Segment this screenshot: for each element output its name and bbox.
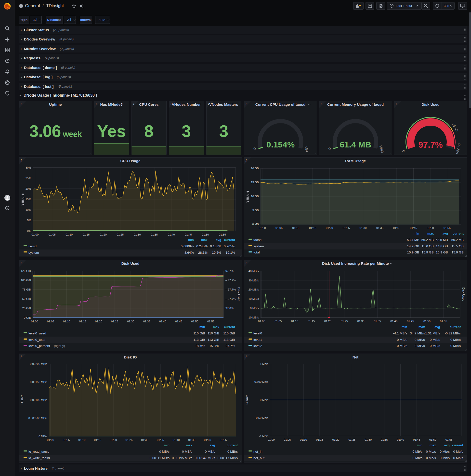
svg-text:0 Mb/s: 0 Mb/s bbox=[453, 456, 463, 460]
svg-text:0 Mb/s: 0 Mb/s bbox=[453, 450, 463, 453]
svg-text:01:10: 01:10 bbox=[300, 438, 307, 441]
svg-text:0 Mb/s: 0 Mb/s bbox=[426, 450, 436, 453]
svg-text:IO Rate: IO Rate bbox=[245, 394, 249, 405]
svg-text:current: current bbox=[452, 443, 463, 447]
svg-text:0 Mb/s: 0 Mb/s bbox=[412, 456, 422, 460]
svg-text:01:30: 01:30 bbox=[365, 438, 372, 441]
svg-text:01:15: 01:15 bbox=[316, 438, 323, 441]
svg-text:01:40: 01:40 bbox=[397, 438, 404, 441]
svg-text:avg: avg bbox=[444, 443, 450, 447]
svg-text:01:55: 01:55 bbox=[445, 438, 453, 441]
svg-text:0 Mb/s: 0 Mb/s bbox=[260, 398, 268, 401]
svg-text:01:35: 01:35 bbox=[381, 438, 388, 441]
svg-text:0 Mb/s: 0 Mb/s bbox=[440, 456, 450, 460]
svg-text:0 Mb/s: 0 Mb/s bbox=[412, 450, 422, 453]
svg-text:01:45: 01:45 bbox=[413, 438, 420, 441]
svg-text:net_in: net_in bbox=[253, 450, 263, 453]
svg-text:01:25: 01:25 bbox=[348, 438, 355, 441]
svg-text:max: max bbox=[430, 443, 436, 447]
svg-text:0 Mb/s: 0 Mb/s bbox=[440, 450, 450, 453]
svg-text:01:00: 01:00 bbox=[268, 438, 275, 441]
svg-text:-1 Mb/s: -1 Mb/s bbox=[259, 435, 269, 438]
svg-text:net_out: net_out bbox=[253, 456, 265, 460]
svg-text:0.500 Mb/s: 0.500 Mb/s bbox=[254, 380, 268, 383]
svg-text:-0.50 Mb/s: -0.50 Mb/s bbox=[255, 416, 269, 419]
svg-text:01:05: 01:05 bbox=[284, 438, 291, 441]
svg-text:min: min bbox=[417, 443, 422, 447]
svg-text:01:50: 01:50 bbox=[429, 438, 437, 441]
svg-text:0 Mb/s: 0 Mb/s bbox=[426, 456, 436, 460]
svg-text:01:20: 01:20 bbox=[332, 438, 339, 441]
svg-text:1 Mb/s: 1 Mb/s bbox=[260, 362, 268, 365]
